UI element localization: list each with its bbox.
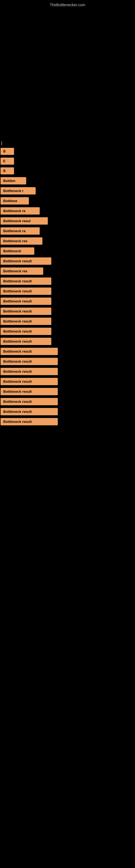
result-row: B	[1, 148, 134, 155]
result-row: Bottlene	[1, 197, 134, 205]
bottleneck-result-badge[interactable]: Bottleneck result	[1, 378, 58, 385]
result-row: Bottleneck result	[1, 328, 134, 335]
result-row: Bottleneck res	[1, 237, 134, 245]
bottleneck-result-badge[interactable]: E	[1, 158, 14, 165]
bottleneck-result-badge[interactable]: B	[1, 167, 14, 175]
bottleneck-result-badge[interactable]: Bottleneck result	[1, 338, 51, 345]
result-row: Bottleneck r	[1, 187, 134, 194]
result-row: Bottleneck result	[1, 348, 134, 355]
result-row: Bottleneck result	[1, 418, 134, 425]
results-list: BEBBottlenBottleneck rBottleneBottleneck…	[0, 148, 135, 425]
bottleneck-result-badge[interactable]: Bottleneck result	[1, 298, 51, 305]
bottleneck-result-badge[interactable]: Bottleneck result	[1, 398, 58, 405]
result-row: Bottleneck	[1, 247, 134, 255]
site-header: TheBottlenecker.com	[0, 0, 135, 8]
result-row: Bottleneck result	[1, 408, 134, 415]
bottleneck-result-badge[interactable]: Bottleneck result	[1, 328, 51, 335]
result-row: E	[1, 158, 134, 165]
bottleneck-result-badge[interactable]: Bottlene	[1, 197, 29, 205]
bottleneck-result-badge[interactable]: Bottleneck result	[1, 368, 58, 375]
bottleneck-result-badge[interactable]: Bottleneck re	[1, 207, 40, 215]
bottleneck-result-badge[interactable]: Bottleneck ra	[1, 227, 40, 235]
result-row: Bottleneck resul	[1, 217, 134, 225]
result-row: Bottleneck result	[1, 398, 134, 405]
result-row: Bottleneck ra	[1, 227, 134, 235]
result-row: Bottleneck result	[1, 358, 134, 365]
bottleneck-result-badge[interactable]: Bottleneck result	[1, 388, 58, 395]
bottleneck-result-badge[interactable]: Bottleneck result	[1, 358, 58, 365]
bottleneck-result-badge[interactable]: Bottleneck result	[1, 257, 51, 265]
section-label: |	[0, 138, 135, 148]
bottleneck-result-badge[interactable]: Bottleneck r	[1, 187, 36, 194]
result-row: Bottleneck result	[1, 388, 134, 395]
site-title: TheBottlenecker.com	[50, 3, 85, 7]
bottleneck-result-badge[interactable]: Bottleneck res	[1, 237, 42, 245]
result-row: Bottlen	[1, 177, 134, 184]
bottleneck-result-badge[interactable]: Bottleneck result	[1, 348, 58, 355]
bottleneck-result-badge[interactable]: Bottlen	[1, 177, 26, 184]
bottleneck-result-badge[interactable]: Bottleneck result	[1, 278, 51, 285]
result-row: Bottleneck result	[1, 298, 134, 305]
bottleneck-result-badge[interactable]: Bottleneck	[1, 247, 34, 255]
result-row: Bottleneck result	[1, 338, 134, 345]
bottleneck-result-badge[interactable]: Bottleneck result	[1, 318, 51, 325]
bottleneck-result-badge[interactable]: Bottleneck resul	[1, 217, 48, 225]
result-row: Bottleneck result	[1, 308, 134, 315]
chart-area	[0, 8, 135, 138]
bottleneck-result-badge[interactable]: Bottleneck res	[1, 268, 43, 275]
result-row: Bottleneck re	[1, 207, 134, 215]
result-row: Bottleneck res	[1, 268, 134, 275]
bottleneck-result-badge[interactable]: Bottleneck result	[1, 287, 51, 295]
bottleneck-result-badge[interactable]: Bottleneck result	[1, 418, 58, 425]
result-row: Bottleneck result	[1, 368, 134, 375]
bottleneck-result-badge[interactable]: Bottleneck result	[1, 308, 51, 315]
result-row: Bottleneck result	[1, 378, 134, 385]
bottleneck-result-badge[interactable]: B	[1, 148, 14, 155]
bottleneck-result-badge[interactable]: Bottleneck result	[1, 408, 58, 415]
result-row: Bottleneck result	[1, 278, 134, 285]
result-row: Bottleneck result	[1, 257, 134, 265]
result-row: Bottleneck result	[1, 287, 134, 295]
result-row: B	[1, 167, 134, 175]
result-row: Bottleneck result	[1, 318, 134, 325]
